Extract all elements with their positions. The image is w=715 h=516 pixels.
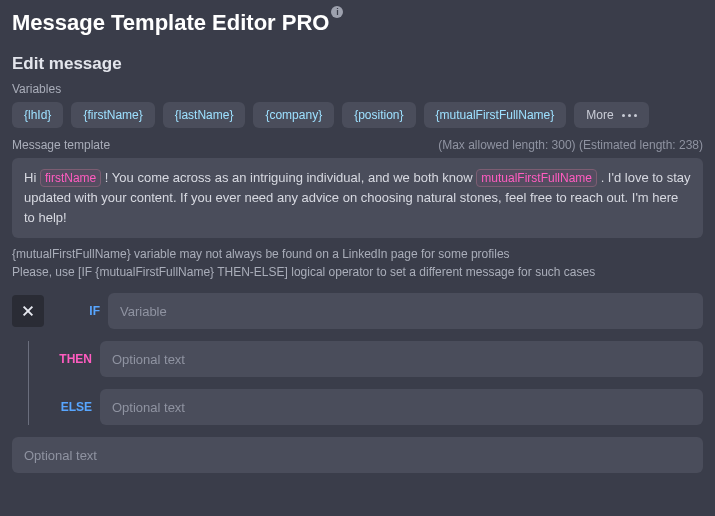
template-text: Hi [24,170,40,185]
close-icon [21,304,35,318]
if-variable-input[interactable] [108,293,703,329]
else-text-input[interactable] [100,389,703,425]
template-notes: {mutualFirstFullName} variable may not a… [12,246,703,281]
message-template-box[interactable]: Hi firstName ! You come across as an int… [12,158,703,238]
variable-chip-company[interactable]: {company} [253,102,334,128]
note-line-1: {mutualFirstFullName} variable may not a… [12,246,703,263]
if-keyword: IF [52,304,100,318]
page-title: Message Template Editor PRO [12,10,329,36]
if-then-else-block: IF THEN ELSE [12,293,703,425]
variable-chip-more[interactable]: More [574,102,648,128]
message-template-label: Message template [12,138,110,152]
variable-chip-lhid[interactable]: {lhId} [12,102,63,128]
trailing-text-input[interactable] [12,437,703,473]
template-length-meta: (Max allowed length: 300) (Estimated len… [438,138,703,152]
variable-chip-mutualfirstfullname[interactable]: {mutualFirstFullName} [424,102,567,128]
note-line-2: Please, use [IF {mutualFirstFullName} TH… [12,264,703,281]
variable-chips: {lhId} {firstName} {lastName} {company} … [12,102,703,128]
variable-chip-position[interactable]: {position} [342,102,415,128]
template-text: ! You come across as an intriguing indiv… [105,170,476,185]
ellipsis-icon [622,114,637,117]
remove-condition-button[interactable] [12,295,44,327]
variable-chip-lastname[interactable]: {lastName} [163,102,246,128]
indent-line [28,341,29,425]
then-text-input[interactable] [100,341,703,377]
inline-variable-firstname[interactable]: firstName [40,169,101,187]
variable-chip-firstname[interactable]: {firstName} [71,102,154,128]
else-keyword: ELSE [44,400,92,414]
edit-message-heading: Edit message [12,54,703,74]
inline-variable-mutualfirstfullname[interactable]: mutualFirstFullName [476,169,597,187]
info-icon[interactable]: i [331,6,343,18]
then-keyword: THEN [44,352,92,366]
more-label: More [586,108,613,122]
variables-label: Variables [12,82,703,96]
